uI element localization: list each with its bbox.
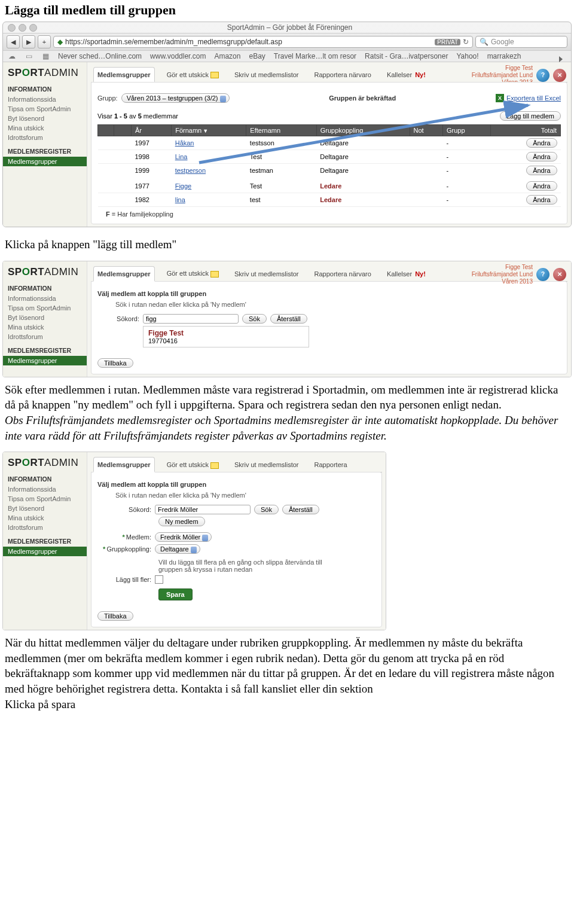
aterstall-button[interactable]: Återställ [270, 314, 307, 324]
col-blank [98, 125, 114, 136]
sidebar-item[interactable]: Mina utskick [3, 123, 87, 133]
logout-button[interactable]: ✕ [553, 268, 566, 281]
sidebar-item[interactable]: Idrottsforum [3, 523, 87, 532]
table-footer: F F = Har familjekoppling= Har familjeko… [97, 207, 561, 218]
sidebar-item[interactable]: Tipsa om SportAdmin [3, 104, 87, 114]
medlem-select[interactable]: Fredrik Möller [155, 532, 212, 542]
member-link[interactable]: testperson [175, 167, 206, 174]
sidebar-item[interactable]: Byt lösenord [3, 504, 87, 513]
sidebar-item[interactable]: Byt lösenord [3, 114, 87, 123]
col-grupp[interactable]: Grupp [442, 125, 490, 136]
tillbaka-button[interactable]: Tillbaka [97, 358, 133, 368]
bookmark-item[interactable]: eBay [249, 52, 265, 60]
grid-icon[interactable]: ▦ [41, 52, 50, 60]
more-bookmarks-icon[interactable] [559, 56, 563, 62]
logout-button[interactable]: ✕ [553, 69, 566, 82]
reload-icon[interactable]: ↻ [463, 38, 469, 46]
member-link[interactable]: Håkan [175, 139, 194, 147]
tab-medlemsgrupper[interactable]: Medlemsgrupper [93, 266, 155, 282]
tab-rapportera[interactable]: Rapportera närvaro [311, 267, 375, 280]
forward-button[interactable]: ▶ [22, 35, 35, 48]
andra-button[interactable]: Ändra [526, 181, 557, 191]
tab-skrivut[interactable]: Skriv ut medlemslistor [231, 267, 303, 280]
sidebar-item[interactable]: Mina utskick [3, 513, 87, 523]
bookmark-item[interactable]: marrakezh [487, 52, 521, 60]
tab-rapportera[interactable]: Rapportera närvaro [311, 68, 375, 81]
book-icon[interactable]: ▭ [25, 52, 33, 60]
export-excel[interactable]: XExportera till Excel [496, 94, 561, 102]
col-gruppkoppling[interactable]: Gruppkoppling [316, 125, 410, 136]
sidebar-item[interactable]: Tipsa om SportAdmin [3, 303, 87, 313]
sidebar-item[interactable]: Idrottsforum [3, 133, 87, 142]
tab-medlemsgrupper[interactable]: Medlemsgrupper [93, 67, 155, 83]
cloud-icon[interactable]: ☁ [8, 52, 16, 60]
sok-button[interactable]: Sök [242, 314, 267, 324]
sidebar-item[interactable]: Byt lösenord [3, 313, 87, 322]
bookmark-item[interactable]: Amazon [214, 52, 240, 60]
add-member-button[interactable]: Lägg till medlem [500, 111, 561, 121]
andra-button[interactable]: Ändra [526, 138, 557, 148]
sidebar-item-active[interactable]: Medlemsgrupper [3, 356, 87, 365]
sokord-input[interactable] [143, 314, 239, 324]
sidebar-item[interactable]: Idrottsforum [3, 332, 87, 341]
member-link[interactable]: Lina [175, 153, 188, 160]
sidebar-item-active[interactable]: Medlemsgrupper [3, 157, 87, 166]
tab-utskick[interactable]: Gör ett utskick [163, 68, 222, 82]
sidebar-item[interactable]: Informationssida [3, 484, 87, 494]
add-button[interactable]: + [38, 35, 51, 48]
tab-kallelser[interactable]: Kallelser Ny! [383, 68, 429, 81]
andra-button[interactable]: Ändra [526, 195, 557, 205]
spara-button[interactable]: Spara [158, 588, 193, 600]
help-button[interactable]: ? [536, 268, 549, 281]
nymedlem-button[interactable]: Ny medlem [158, 517, 205, 526]
andra-button[interactable]: Ändra [526, 166, 557, 175]
bookmark-item[interactable]: Never sched…Online.com [58, 52, 142, 60]
result-box[interactable]: Figge Test 19770416 [143, 326, 309, 347]
tab-skrivut[interactable]: Skriv ut medlemslistor [231, 68, 303, 81]
tab-rapportera[interactable]: Rapportera [311, 458, 351, 471]
aterstall-button[interactable]: Återställ [282, 505, 319, 514]
bookmark-item[interactable]: Travel Marke…lt om resor [274, 52, 356, 60]
gk-select[interactable]: Deltagare [155, 544, 200, 554]
count-text: Visar 1 - 5 av 5 medlemmar [97, 112, 178, 120]
sok-button[interactable]: Sök [254, 505, 279, 514]
doc-para-1: Klicka på knappen "lägg till medlem" [0, 236, 574, 257]
tab-kallelser[interactable]: Kallelser Ny! [383, 267, 429, 280]
col-efternamn[interactable]: Efternamn [246, 125, 316, 136]
doc-para-2: Sök efter medlemmen i rutan. Medlemmen m… [0, 381, 574, 449]
max-dot[interactable] [29, 24, 37, 32]
tab-medlemsgrupper[interactable]: Medlemsgrupper [93, 457, 155, 472]
col-totalt[interactable]: Totalt [491, 125, 561, 136]
export-link[interactable]: Exportera till Excel [506, 94, 561, 102]
member-link[interactable]: lina [175, 196, 185, 203]
url-bar[interactable]: ◆ https://sportadmin.se/emember/admin/m_… [53, 36, 473, 48]
window-controls[interactable] [8, 24, 37, 32]
search-icon: 🔍 [480, 38, 488, 46]
col-not[interactable]: Not [410, 125, 442, 136]
bookmark-item[interactable]: Yahoo! [456, 52, 478, 60]
sidebar-item[interactable]: Informationssida [3, 94, 87, 104]
sidebar-item[interactable]: Tipsa om SportAdmin [3, 494, 87, 504]
col-ar[interactable]: År [132, 125, 172, 136]
sokord-input[interactable] [155, 505, 251, 514]
multi-checkbox[interactable] [155, 575, 163, 584]
close-dot[interactable] [8, 24, 16, 32]
bookmark-item[interactable]: www.voddler.com [150, 52, 206, 60]
search-box[interactable]: 🔍 Google [475, 36, 567, 48]
tab-utskick[interactable]: Gör ett utskick [163, 458, 222, 472]
help-button[interactable]: ? [536, 69, 549, 82]
tillbaka-button[interactable]: Tillbaka [97, 611, 133, 621]
group-select[interactable]: Våren 2013 – testgruppen (3/2) [121, 93, 230, 103]
sidebar-item-active[interactable]: Medlemsgrupper [3, 547, 87, 556]
sidebar-item[interactable]: Informationssida [3, 294, 87, 303]
back-button[interactable]: ◀ [7, 35, 20, 48]
col-blank [114, 125, 132, 136]
bookmark-item[interactable]: Ratsit - Gra…ivatpersoner [365, 52, 448, 60]
andra-button[interactable]: Ändra [526, 152, 557, 161]
tab-skrivut[interactable]: Skriv ut medlemslistor [231, 458, 303, 471]
sidebar-item[interactable]: Mina utskick [3, 322, 87, 332]
min-dot[interactable] [19, 24, 26, 32]
col-fornamn[interactable]: Förnamn▼ [172, 125, 246, 136]
tab-utskick[interactable]: Gör ett utskick [163, 266, 222, 280]
member-link[interactable]: Figge [175, 182, 192, 190]
